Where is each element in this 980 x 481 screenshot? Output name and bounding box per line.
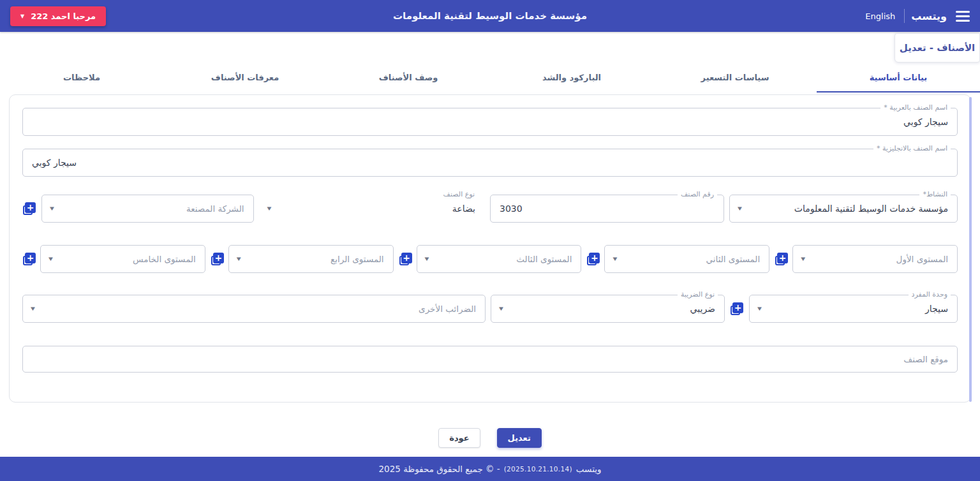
scrollbar-thumb[interactable] [969,97,972,402]
item-type-value: بضاعة [260,195,485,222]
level2-group: المستوى الثاني ▼ + [586,245,769,273]
row-activity: النشاط* مؤسسة خدمات الوسيط لتقنية المعلو… [22,195,958,223]
add-manufacturer-icon[interactable]: + [22,202,36,216]
navbar: ويتسب English مؤسسة خدمات الوسيط لتقنية … [0,0,980,32]
user-menu-label: مرحبا احمد 222 [31,11,96,21]
chevron-down-icon: ▼ [612,256,617,262]
chevron-down-icon: ▼ [425,256,429,262]
chevron-down-icon: ▼ [499,306,503,311]
level3-select[interactable]: المستوى الثالث ▼ [417,245,582,273]
item-name-arabic-field[interactable]: اسم الصنف بالعربية * [22,108,958,136]
row-levels: المستوى الأول ▼ + المستوى الثاني ▼ + [22,245,958,273]
form-card: اسم الصنف بالعربية * اسم الصنف بالانجليز… [9,94,971,403]
footer-copyright: - © جميع الحقوق محفوظة 2025 [379,464,500,474]
add-level2-icon[interactable]: + [586,252,600,266]
tab-barcode-pack[interactable]: الباركود والشد [490,64,653,93]
footer: ويتسب (2025.10.21.10.14) - © جميع الحقوق… [0,457,980,481]
add-unit-icon[interactable]: + [730,302,744,316]
tab-notes[interactable]: ملاحظات [0,64,163,93]
item-name-english-input[interactable] [23,149,957,176]
level5-group: المستوى الخامس ▼ + [22,245,205,273]
chevron-down-icon: ▼ [757,306,762,311]
tax-type-select[interactable]: نوع الضريبة ضريبي ▼ [491,295,725,323]
edit-button[interactable]: تعديل [497,428,542,448]
back-button[interactable]: عودة [438,428,480,448]
plus-glyph: + [401,253,412,263]
tab-item-description[interactable]: وصف الأصناف [327,64,490,93]
level2-placeholder: المستوى الثاني [605,246,769,272]
item-name-arabic-label: اسم الصنف بالعربية * [880,103,951,112]
footer-brand: ويتسب [576,464,602,474]
company-title: مؤسسة خدمات الوسيط لتقنية المعلومات [393,10,587,22]
user-menu-button[interactable]: مرحبا احمد 222 ▼ [10,6,106,26]
tax-type-value: ضريبي [491,295,724,322]
manufacturer-select[interactable]: الشركة المصنعة ▼ [41,195,254,223]
plus-glyph: + [777,253,788,263]
page-title: الأصناف - تعديل [895,33,980,63]
item-number-label: رقم الصنف [678,190,717,199]
title-strip: الأصناف - تعديل [0,32,980,64]
item-location-field[interactable] [22,346,958,373]
item-type-select[interactable]: نوع الصنف بضاعة ▼ [259,195,486,223]
plus-glyph: + [25,202,36,213]
chevron-down-icon: ▼ [267,206,272,211]
manufacturer-placeholder: الشركة المصنعة [42,195,253,222]
level1-select[interactable]: المستوى الأول ▼ [792,245,958,273]
item-name-arabic-input[interactable] [23,108,957,135]
navbar-divider [904,9,905,23]
plus-glyph: + [213,253,224,263]
chevron-down-icon: ▼ [31,306,35,311]
form-actions: تعديل عودة [0,428,980,448]
tab-item-identifiers[interactable]: معرفات الأصناف [163,64,327,93]
tab-bar: بيانات أساسية سياسات التسعير الباركود وا… [0,64,980,93]
item-number-field[interactable]: رقم الصنف [490,195,724,223]
plus-glyph: + [589,253,600,263]
level5-select[interactable]: المستوى الخامس ▼ [40,245,205,273]
row-taxes: وحدة المفرد سيجار ▼ + نوع الضريبة ضريبي … [22,295,958,323]
level1-placeholder: المستوى الأول [793,246,957,272]
tab-pricing-policies[interactable]: سياسات التسعير [653,64,817,93]
level3-group: المستوى الثالث ▼ + [399,245,582,273]
level3-placeholder: المستوى الثالث [417,246,581,272]
chevron-down-icon: ▼ [738,206,742,211]
other-taxes-select[interactable]: الضرائب الأخرى ▼ [22,295,486,323]
level4-group: المستوى الرابع ▼ + [211,245,394,273]
level1-group: المستوى الأول ▼ + [775,245,958,273]
item-location-input[interactable] [23,346,957,372]
footer-version: (2025.10.21.10.14) [504,465,572,473]
language-link[interactable]: English [865,11,895,21]
chevron-down-icon: ▼ [237,256,241,262]
brand-name: ويتسب [911,10,947,22]
item-name-english-field[interactable]: اسم الصنف بالانجليزية * [22,149,958,177]
chevron-down-icon: ▼ [48,256,53,262]
plus-glyph: + [25,253,36,263]
add-level5-icon[interactable]: + [22,252,36,266]
level4-select[interactable]: المستوى الرابع ▼ [228,245,394,273]
item-name-english-label: اسم الصنف بالانجليزية * [873,144,951,153]
activity-select[interactable]: النشاط* مؤسسة خدمات الوسيط لتقنية المعلو… [729,195,958,223]
chevron-down-icon: ▼ [801,256,805,262]
tab-basic-data[interactable]: بيانات أساسية [817,64,980,93]
level2-select[interactable]: المستوى الثاني ▼ [604,245,769,273]
activity-value: مؤسسة خدمات الوسيط لتقنية المعلومات [730,195,957,222]
chevron-down-icon: ▼ [50,206,54,211]
level5-placeholder: المستوى الخامس [41,246,205,272]
chevron-down-icon: ▼ [20,13,24,19]
page: ويتسب English مؤسسة خدمات الوسيط لتقنية … [0,0,980,481]
plus-glyph: + [732,302,743,313]
hamburger-menu-icon[interactable] [956,11,970,22]
unit-value: سيجار [750,295,957,322]
other-taxes-placeholder: الضرائب الأخرى [23,295,485,322]
add-level1-icon[interactable]: + [775,252,789,266]
unit-select[interactable]: وحدة المفرد سيجار ▼ [749,295,958,323]
item-number-input[interactable] [491,195,724,222]
level4-placeholder: المستوى الرابع [229,246,393,272]
add-level4-icon[interactable]: + [211,252,225,266]
add-level3-icon[interactable]: + [399,252,413,266]
